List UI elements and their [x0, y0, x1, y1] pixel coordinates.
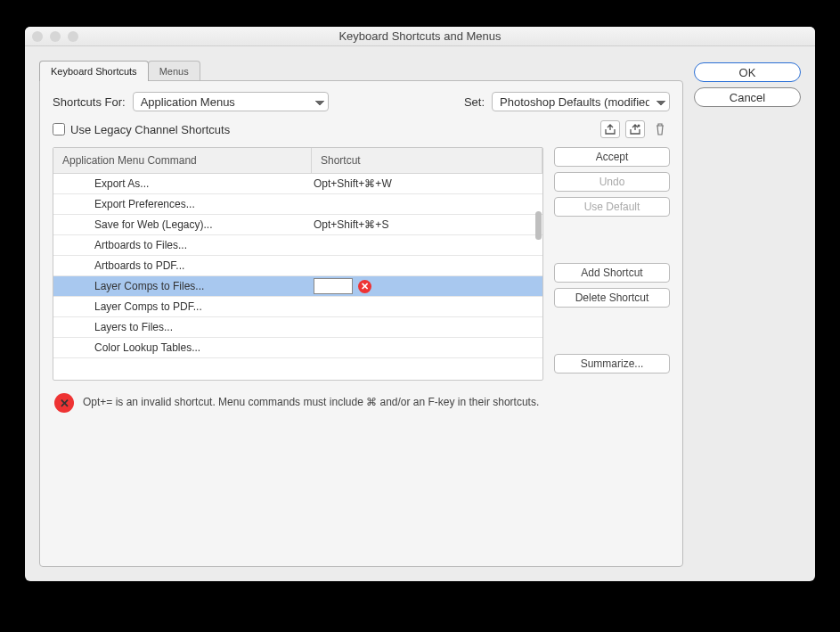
tab-keyboard-shortcuts[interactable]: Keyboard Shortcuts: [39, 61, 149, 81]
shortcut-cell[interactable]: Opt+Shift+⌘+W: [312, 177, 542, 190]
add-shortcut-button[interactable]: Add Shortcut: [554, 263, 670, 283]
tab-bar: Keyboard Shortcuts Menus: [39, 61, 683, 81]
legacy-checkbox[interactable]: Use Legacy Channel Shortcuts: [53, 123, 230, 136]
command-cell: Color Lookup Tables...: [53, 341, 312, 354]
command-cell: Export Preferences...: [53, 198, 312, 210]
trash-icon[interactable]: [650, 120, 670, 138]
scrollbar-thumb[interactable]: [535, 211, 542, 240]
command-cell: Artboards to PDF...: [53, 259, 312, 272]
svg-point-0: [638, 125, 640, 127]
error-message: Opt+= is an invalid shortcut. Menu comma…: [83, 393, 539, 408]
accept-button[interactable]: Accept: [554, 147, 670, 167]
legacy-checkbox-input[interactable]: [53, 123, 65, 135]
table-row[interactable]: Save for Web (Legacy)...Opt+Shift+⌘+S: [53, 215, 542, 235]
save-set-as-icon[interactable]: [625, 120, 645, 138]
error-icon: ✕: [54, 393, 74, 413]
shortcuts-table: Application Menu Command Shortcut Export…: [53, 147, 543, 381]
invalid-icon: ✕: [358, 280, 371, 293]
set-select[interactable]: Photoshop Defaults (modified): [492, 92, 670, 111]
table-row[interactable]: Layer Comps to Files...✕: [53, 276, 542, 297]
summarize-button[interactable]: Summarize...: [554, 354, 670, 373]
col-header-command: Application Menu Command: [53, 148, 312, 173]
table-row[interactable]: Layer Comps to PDF...: [53, 297, 542, 317]
error-message-row: ✕ Opt+= is an invalid shortcut. Menu com…: [53, 390, 543, 416]
shortcut-input[interactable]: [314, 278, 353, 294]
shortcut-cell[interactable]: Opt+Shift+⌘+S: [312, 218, 542, 231]
table-row[interactable]: Artboards to Files...: [53, 235, 542, 256]
window-title: Keyboard Shortcuts and Menus: [25, 29, 815, 43]
table-row[interactable]: Layers to Files...: [53, 317, 542, 338]
ok-button[interactable]: OK: [694, 62, 801, 82]
table-row[interactable]: Color Lookup Tables...: [53, 338, 542, 358]
command-cell: Layers to Files...: [53, 321, 312, 333]
shortcuts-for-select[interactable]: Application Menus: [133, 92, 329, 111]
use-default-button[interactable]: Use Default: [554, 197, 670, 217]
table-row[interactable]: Export As...Opt+Shift+⌘+W: [53, 174, 542, 194]
shortcut-cell[interactable]: ✕: [312, 278, 542, 294]
command-cell: Save for Web (Legacy)...: [53, 218, 312, 231]
set-label: Set:: [464, 95, 485, 109]
shortcuts-for-label: Shortcuts For:: [53, 95, 126, 109]
main-panel: Shortcuts For: Application Menus Set: Ph…: [39, 80, 683, 567]
legacy-checkbox-label: Use Legacy Channel Shortcuts: [70, 123, 230, 136]
command-cell: Layer Comps to Files...: [53, 280, 312, 292]
cancel-button[interactable]: Cancel: [694, 87, 801, 107]
titlebar: Keyboard Shortcuts and Menus: [25, 27, 815, 46]
command-cell: Layer Comps to PDF...: [53, 300, 312, 313]
delete-shortcut-button[interactable]: Delete Shortcut: [554, 288, 670, 308]
col-header-shortcut: Shortcut: [312, 148, 542, 173]
table-row[interactable]: Export Preferences...: [53, 194, 542, 215]
table-row[interactable]: Artboards to PDF...: [53, 256, 542, 276]
save-set-icon[interactable]: [600, 120, 620, 138]
command-cell: Export As...: [53, 177, 312, 190]
tab-menus[interactable]: Menus: [148, 61, 200, 81]
command-cell: Artboards to Files...: [53, 239, 312, 251]
undo-button[interactable]: Undo: [554, 172, 670, 192]
dialog-window: Keyboard Shortcuts and Menus Keyboard Sh…: [25, 27, 815, 581]
